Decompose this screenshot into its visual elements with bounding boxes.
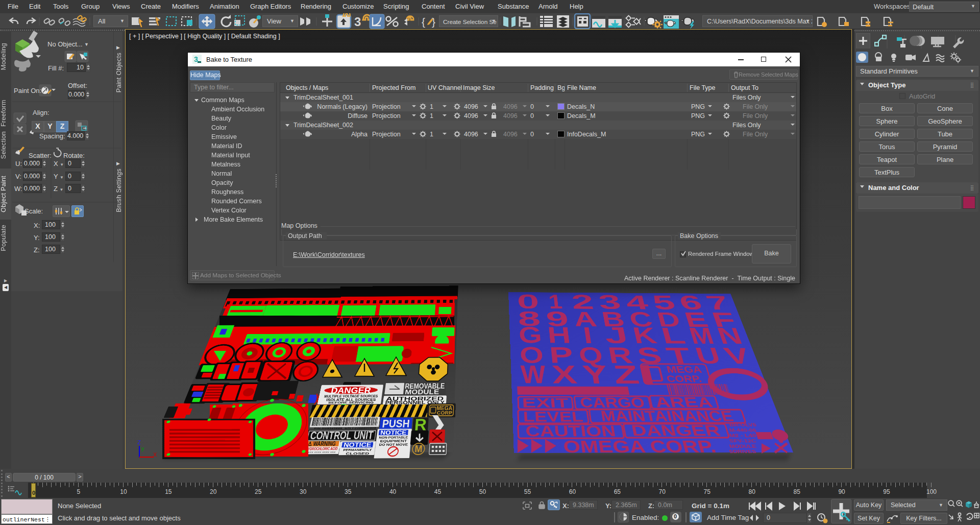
svg-text:MODULE: MODULE <box>728 444 757 449</box>
svg-text:3: 3 <box>354 15 361 29</box>
svg-text:CONTROL UNIT: CONTROL UNIT <box>309 429 375 442</box>
svg-text:M-440-06: M-440-06 <box>729 428 757 433</box>
svg-text:BR-OLV5: BR-OLV5 <box>729 422 757 427</box>
svg-text:BEFORE SERVICING: BEFORE SERVICING <box>328 400 374 404</box>
svg-text:}: } <box>432 16 435 28</box>
svg-text:DO NOT MOVE: DO NOT MOVE <box>379 442 408 446</box>
svg-text:xxx xxxx xxxx xxx: xxx xxxx xxxx xxx <box>308 450 336 454</box>
svg-text:Z: Z <box>137 439 141 445</box>
svg-text:{: { <box>422 16 425 28</box>
svg-text:M2 - L40: M2 - L40 <box>729 433 757 438</box>
svg-text:AREA: AREA <box>654 395 715 410</box>
svg-text:SFV-12C: SFV-12C <box>728 438 757 443</box>
svg-text:CLOSED: CLOSED <box>346 451 370 456</box>
svg-text:Y: Y <box>581 361 610 389</box>
svg-text:3: 3 <box>194 55 198 63</box>
svg-text:MODULE: MODULE <box>405 389 439 396</box>
svg-text:M: M <box>414 443 423 455</box>
svg-text:OMEGA CORP.: OMEGA CORP. <box>562 437 718 456</box>
svg-text:LEVEL: LEVEL <box>523 409 584 425</box>
svg-text:y: y <box>141 445 144 451</box>
svg-text:W: W <box>520 361 548 389</box>
svg-text:5DRIVES: 5DRIVES <box>728 449 757 454</box>
svg-text:CORP.: CORP. <box>666 373 703 384</box>
svg-text:X: X <box>153 451 157 458</box>
svg-text:X: X <box>551 361 579 389</box>
svg-text:MAINTAINANCE: MAINTAINANCE <box>600 408 736 424</box>
svg-text:PUSH: PUSH <box>381 417 410 430</box>
